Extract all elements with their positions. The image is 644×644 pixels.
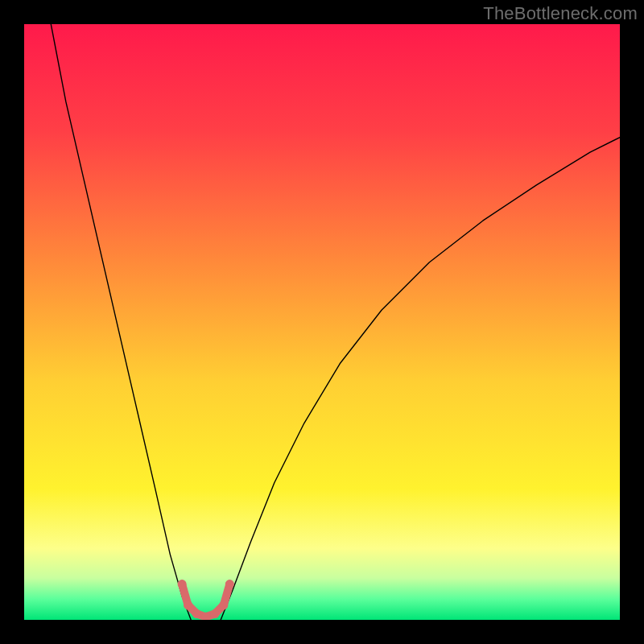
series-trough-marker-point <box>210 609 219 618</box>
chart-background <box>24 24 620 620</box>
series-trough-marker-point <box>225 580 234 588</box>
watermark-label: TheBottleneck.com <box>483 3 638 24</box>
series-trough-marker-point <box>219 601 228 609</box>
plot-area <box>24 24 620 620</box>
series-trough-marker-point <box>184 601 192 609</box>
series-trough-marker-point <box>178 580 187 588</box>
chart-stage: TheBottleneck.com <box>0 0 644 644</box>
chart-svg <box>24 24 620 620</box>
series-trough-marker-point <box>192 609 201 618</box>
